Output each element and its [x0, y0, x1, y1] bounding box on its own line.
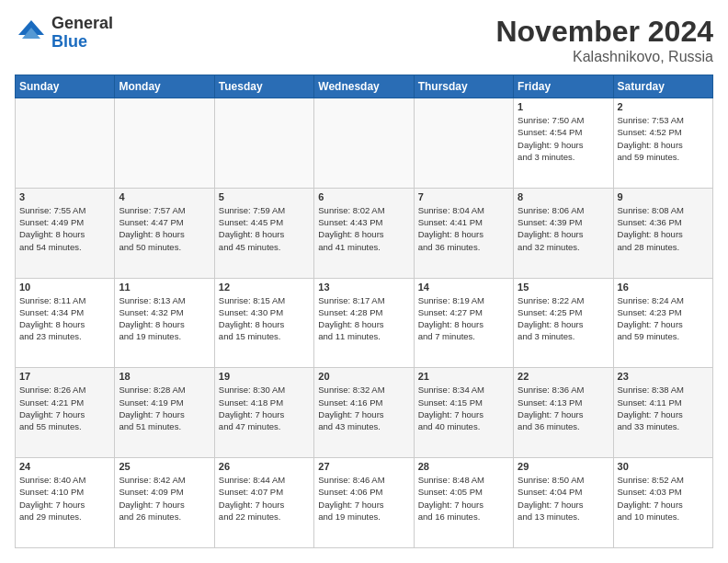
day-info-line: Daylight: 8 hours [119, 318, 210, 330]
day-info: Sunrise: 8:17 AMSunset: 4:28 PMDaylight:… [318, 294, 409, 343]
day-info-line: Sunset: 4:21 PM [19, 396, 110, 408]
day-info: Sunrise: 8:06 AMSunset: 4:39 PMDaylight:… [518, 204, 609, 253]
table-row: 29Sunrise: 8:50 AMSunset: 4:04 PMDayligh… [514, 458, 613, 548]
day-info-line: Daylight: 7 hours [518, 408, 609, 420]
page: General Blue November 2024 Kalashnikovo,… [0, 0, 728, 563]
day-number: 15 [518, 282, 609, 293]
table-row: 7Sunrise: 8:04 AMSunset: 4:41 PMDaylight… [414, 188, 513, 278]
table-row: 9Sunrise: 8:08 AMSunset: 4:36 PMDaylight… [613, 188, 712, 278]
day-number: 12 [219, 282, 310, 293]
day-info: Sunrise: 8:48 AMSunset: 4:05 PMDaylight:… [418, 474, 509, 523]
day-info-line: Sunset: 4:09 PM [119, 486, 210, 498]
table-row: 25Sunrise: 8:42 AMSunset: 4:09 PMDayligh… [115, 458, 214, 548]
location: Kalashnikovo, Russia [495, 49, 713, 65]
day-info: Sunrise: 8:22 AMSunset: 4:25 PMDaylight:… [518, 294, 609, 343]
day-info: Sunrise: 8:40 AMSunset: 4:10 PMDaylight:… [19, 474, 110, 523]
day-info: Sunrise: 8:42 AMSunset: 4:09 PMDaylight:… [119, 474, 210, 523]
day-number: 18 [119, 371, 210, 382]
day-info-line: Sunrise: 8:06 AM [518, 204, 609, 216]
day-number: 19 [219, 371, 310, 382]
day-info-line: Daylight: 7 hours [318, 408, 409, 420]
day-info-line: Daylight: 7 hours [318, 499, 409, 511]
day-info-line: Sunrise: 8:46 AM [318, 474, 409, 486]
day-info-line: and 13 minutes. [518, 511, 609, 523]
table-row: 14Sunrise: 8:19 AMSunset: 4:27 PMDayligh… [414, 278, 513, 368]
day-info-line: Daylight: 8 hours [318, 318, 409, 330]
day-info: Sunrise: 8:13 AMSunset: 4:32 PMDaylight:… [119, 294, 210, 343]
day-info-line: and 43 minutes. [318, 420, 409, 432]
day-info-line: Daylight: 8 hours [618, 139, 709, 151]
table-row: 23Sunrise: 8:38 AMSunset: 4:11 PMDayligh… [613, 368, 712, 458]
day-info-line: and 59 minutes. [618, 330, 709, 342]
day-info-line: Sunrise: 8:32 AM [318, 384, 409, 396]
day-info-line: and 55 minutes. [19, 420, 110, 432]
day-number: 23 [618, 371, 709, 382]
day-info-line: Sunset: 4:49 PM [19, 216, 110, 228]
day-info-line: Sunset: 4:06 PM [318, 486, 409, 498]
day-info: Sunrise: 8:38 AMSunset: 4:11 PMDaylight:… [618, 384, 709, 432]
day-info-line: Daylight: 8 hours [318, 228, 409, 240]
day-number: 10 [19, 282, 110, 293]
day-number: 11 [119, 282, 210, 293]
table-row [214, 98, 313, 189]
day-info-line: Sunset: 4:39 PM [518, 216, 609, 228]
day-number: 5 [219, 191, 310, 202]
table-row: 2Sunrise: 7:53 AMSunset: 4:52 PMDaylight… [613, 98, 712, 189]
day-info-line: Sunrise: 8:13 AM [119, 294, 210, 306]
day-info-line: Sunrise: 8:48 AM [418, 474, 509, 486]
day-info-line: Sunrise: 8:26 AM [19, 384, 110, 396]
month-title: November 2024 [495, 15, 713, 49]
table-row: 8Sunrise: 8:06 AMSunset: 4:39 PMDaylight… [514, 188, 613, 278]
day-info-line: Daylight: 7 hours [119, 499, 210, 511]
logo-text: General Blue [51, 15, 113, 52]
day-number: 30 [618, 461, 709, 472]
day-number: 8 [518, 191, 609, 202]
day-info-line: and 19 minutes. [119, 330, 210, 342]
day-info-line: and 10 minutes. [618, 511, 709, 523]
table-row: 30Sunrise: 8:52 AMSunset: 4:03 PMDayligh… [613, 458, 712, 548]
day-number: 20 [318, 371, 409, 382]
day-info: Sunrise: 7:57 AMSunset: 4:47 PMDaylight:… [119, 204, 210, 253]
header-sunday: Sunday [16, 75, 115, 98]
day-info-line: Sunset: 4:28 PM [318, 306, 409, 318]
day-info-line: Sunrise: 8:28 AM [119, 384, 210, 396]
table-row: 4Sunrise: 7:57 AMSunset: 4:47 PMDaylight… [115, 188, 214, 278]
table-row: 1Sunrise: 7:50 AMSunset: 4:54 PMDaylight… [514, 98, 613, 189]
day-info-line: Sunrise: 7:53 AM [618, 114, 709, 126]
day-info: Sunrise: 8:50 AMSunset: 4:04 PMDaylight:… [518, 474, 609, 523]
day-info: Sunrise: 8:32 AMSunset: 4:16 PMDaylight:… [318, 384, 409, 432]
table-row: 19Sunrise: 8:30 AMSunset: 4:18 PMDayligh… [214, 368, 313, 458]
day-number: 24 [19, 461, 110, 472]
day-info-line: Daylight: 7 hours [219, 499, 310, 511]
day-info-line: Sunset: 4:45 PM [219, 216, 310, 228]
day-info-line: Daylight: 9 hours [518, 139, 609, 151]
day-info-line: and 29 minutes. [19, 511, 110, 523]
day-info-line: Daylight: 7 hours [518, 499, 609, 511]
table-row [16, 98, 115, 189]
day-info-line: and 40 minutes. [418, 420, 509, 432]
day-number: 6 [318, 191, 409, 202]
day-number: 3 [19, 191, 110, 202]
day-number: 27 [318, 461, 409, 472]
table-row: 10Sunrise: 8:11 AMSunset: 4:34 PMDayligh… [16, 278, 115, 368]
day-info-line: Sunrise: 8:02 AM [318, 204, 409, 216]
day-info-line: Sunrise: 7:50 AM [518, 114, 609, 126]
day-info-line: Sunset: 4:27 PM [418, 306, 509, 318]
day-info-line: Sunrise: 8:17 AM [318, 294, 409, 306]
day-info: Sunrise: 8:36 AMSunset: 4:13 PMDaylight:… [518, 384, 609, 432]
day-info-line: Sunset: 4:03 PM [618, 486, 709, 498]
day-info-line: Sunrise: 8:15 AM [219, 294, 310, 306]
day-info: Sunrise: 7:59 AMSunset: 4:45 PMDaylight:… [219, 204, 310, 253]
day-info-line: Daylight: 8 hours [518, 228, 609, 240]
calendar-week-5: 24Sunrise: 8:40 AMSunset: 4:10 PMDayligh… [16, 458, 713, 548]
day-info-line: Daylight: 7 hours [618, 408, 709, 420]
header: General Blue November 2024 Kalashnikovo,… [15, 15, 713, 65]
calendar-week-3: 10Sunrise: 8:11 AMSunset: 4:34 PMDayligh… [16, 278, 713, 368]
day-info: Sunrise: 7:55 AMSunset: 4:49 PMDaylight:… [19, 204, 110, 253]
table-row: 24Sunrise: 8:40 AMSunset: 4:10 PMDayligh… [16, 458, 115, 548]
day-info-line: Sunset: 4:30 PM [219, 306, 310, 318]
day-info-line: Sunset: 4:25 PM [518, 306, 609, 318]
day-info: Sunrise: 7:53 AMSunset: 4:52 PMDaylight:… [618, 114, 709, 163]
day-info-line: and 50 minutes. [119, 241, 210, 253]
table-row: 26Sunrise: 8:44 AMSunset: 4:07 PMDayligh… [214, 458, 313, 548]
